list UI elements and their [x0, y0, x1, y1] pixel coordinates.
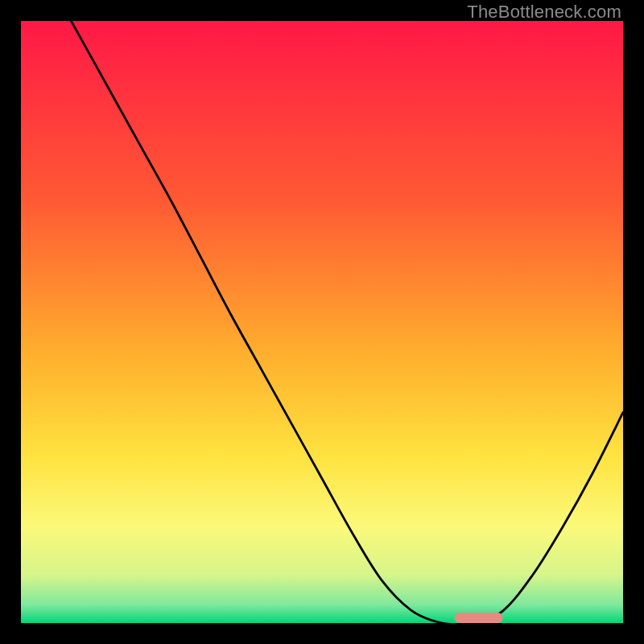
bottleneck-chart: [21, 21, 623, 623]
optimal-marker: [455, 613, 503, 623]
watermark-text: TheBottleneck.com: [467, 2, 621, 23]
gradient-background: [21, 21, 623, 623]
chart-frame: [21, 21, 623, 623]
